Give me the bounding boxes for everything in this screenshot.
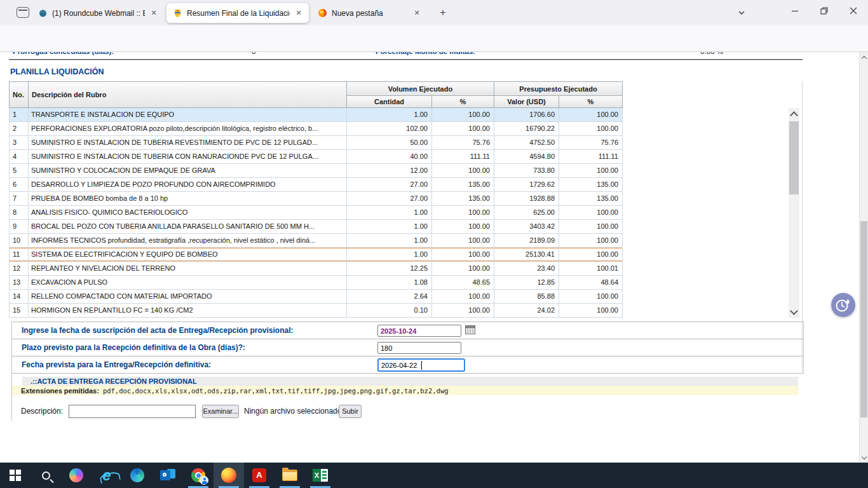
- taskbar-copilot-button[interactable]: [61, 463, 92, 488]
- taskbar-search-button[interactable]: [31, 463, 61, 488]
- acta-fecha-input[interactable]: [377, 325, 461, 337]
- cell-vol-pct: 100.00: [432, 262, 494, 275]
- table-row[interactable]: 10 INFORMES TECNICOS profundidad, estrat…: [10, 234, 623, 248]
- cell-descripcion: DESARROLLO Y LIMPIEZA DE POZO PROFUNDO C…: [29, 178, 347, 191]
- cell-vol-pct: 100.00: [432, 304, 494, 317]
- tab-close-icon[interactable]: ✕: [149, 9, 159, 17]
- subir-button[interactable]: Subir: [339, 405, 362, 418]
- form-row-acta-fecha: Ingrese la fecha de suscripción del acta…: [12, 322, 803, 339]
- col-header-valor: Valor (USD): [494, 95, 559, 108]
- scroll-up-icon[interactable]: [789, 108, 799, 119]
- page-scroll-up-icon[interactable]: [860, 52, 868, 61]
- taskbar-explorer-button[interactable]: [275, 463, 305, 488]
- windows-logo-icon: [10, 470, 21, 481]
- col-header-descripcion: Descripción del Rubro: [28, 81, 347, 108]
- cell-valor: 85.88: [494, 290, 559, 303]
- cell-descripcion: ANALISIS FISICO- QUIMICO BACTERIOLOGICO: [29, 206, 347, 219]
- extensions-bar: Extensiones pemitidas: pdf,doc,docx,xls,…: [11, 386, 798, 395]
- cell-no: 5: [10, 164, 29, 177]
- fecha-definitiva-label: Fecha prevista para la Entrega/Recepción…: [22, 360, 211, 369]
- table-row[interactable]: 4 SUMINISTRO E INSTALACION DE TUBERIA CO…: [10, 150, 623, 164]
- excel-icon: X: [313, 469, 328, 482]
- table-row[interactable]: 7 PRUEBA DE BOMBEO bomba de 8 a 10 hp 27…: [10, 192, 623, 206]
- copilot-icon: [69, 468, 83, 482]
- cell-cantidad: 102.00: [347, 122, 432, 135]
- cell-no: 4: [10, 150, 29, 163]
- examinar-button[interactable]: Examinar...: [202, 405, 239, 418]
- cell-cantidad: 2.64: [347, 290, 432, 303]
- firefox-icon: [221, 468, 236, 483]
- table-row[interactable]: 6 DESARROLLO Y LIMPIEZA DE POZO PROFUNDO…: [10, 178, 623, 192]
- table-row[interactable]: 15 HORMIGON EN REPLANTILLO FC = 140 KG /…: [10, 304, 623, 318]
- table-row[interactable]: 2 PERFORACIONES EXPLORATORIA pozo piloto…: [10, 122, 623, 136]
- new-tab-button[interactable]: +: [435, 5, 451, 20]
- taskbar-edge-button[interactable]: [122, 463, 153, 488]
- cell-descripcion: SUMINISTRO Y COLOCACION DE EMPAQUE DE GR…: [29, 164, 347, 177]
- taskbar-firefox-button[interactable]: [214, 463, 244, 488]
- cell-pre-pct: 100.00: [559, 164, 623, 177]
- plazo-input[interactable]: [377, 342, 461, 354]
- cell-vol-pct: 100.00: [432, 234, 494, 247]
- extensions-list: pdf,doc,docx,xls,xlsx,odt,ods,zip,rar,xm…: [103, 387, 449, 395]
- taskbar-acrobat-button[interactable]: A: [244, 463, 275, 488]
- cell-cantidad: 12.25: [347, 262, 432, 275]
- outlook-icon: [160, 468, 175, 482]
- cell-descripcion: PERFORACIONES EXPLORATORIA pozo piloto,d…: [29, 122, 347, 135]
- cell-no: 10: [10, 234, 29, 247]
- tab-close-icon[interactable]: ✕: [412, 9, 422, 17]
- scroll-down-icon[interactable]: [789, 307, 799, 318]
- cell-vol-pct: 100.00: [432, 248, 494, 261]
- firefox-icon: [318, 8, 327, 18]
- acrobat-icon: A: [252, 468, 266, 482]
- cell-pre-pct: 100.00: [559, 220, 623, 233]
- table-row[interactable]: 3 SUMINISTRO E INSTALACION DE TUBERIA RE…: [10, 136, 623, 150]
- no-file-text: Ningún archivo seleccionado.: [244, 407, 344, 416]
- cell-pre-pct: 100.01: [559, 262, 623, 275]
- tab-roundcube-webmail[interactable]: (1) Roundcube Webmail :: Entra ✕: [32, 3, 164, 23]
- table-scrollbar-thumb[interactable]: [789, 121, 799, 194]
- firefox-view-icon[interactable]: [17, 7, 29, 18]
- taskbar-chrome-button[interactable]: [183, 463, 214, 488]
- acta-title: .::ACTA DE ENTREGA RECEPCIÓN PROVISIONAL: [31, 377, 197, 385]
- window-restore-button[interactable]: [810, 0, 839, 22]
- page-scroll-down-icon[interactable]: [860, 454, 868, 463]
- table-row[interactable]: 12 REPLANTEO Y NIVELACION DEL TERRENO 12…: [10, 262, 623, 276]
- cell-no: 14: [10, 290, 29, 303]
- cell-vol-pct: 100.00: [432, 220, 494, 233]
- clock-widget[interactable]: [831, 293, 855, 317]
- cell-cantidad: 1.00: [347, 248, 432, 261]
- start-button[interactable]: [0, 463, 31, 488]
- table-row[interactable]: 14 RELLENO COMPACTADO CON MATERIAL IMPOR…: [10, 290, 623, 304]
- page-scrollbar-thumb[interactable]: [860, 221, 867, 417]
- cell-no: 6: [10, 178, 29, 191]
- cell-cantidad: 50.00: [347, 136, 432, 149]
- window-close-button[interactable]: [839, 0, 868, 22]
- taskbar-outlook-button[interactable]: [153, 463, 183, 488]
- descripcion-input[interactable]: [69, 405, 196, 418]
- calendar-icon[interactable]: [465, 325, 475, 334]
- table-body: 1 TRANSPORTE E INSTALACION DE EQUIPO 1.0…: [9, 108, 623, 318]
- table-row[interactable]: 5 SUMINISTRO Y COLOCACION DE EMPAQUE DE …: [10, 164, 623, 178]
- table-row[interactable]: 13 EXCAVACION A PULSO 1.08 48.65 12.85 4…: [10, 276, 623, 290]
- page-scrollbar[interactable]: [859, 52, 868, 463]
- tab-resumen-liquidacion[interactable]: Resumen Final de la Liquidación ✕: [166, 3, 309, 23]
- browser-tab-bar: (1) Roundcube Webmail :: Entra ✕ Resumen…: [0, 0, 868, 25]
- taskbar-excel-button[interactable]: X: [305, 463, 336, 488]
- col-header-pre-pct: %: [559, 95, 623, 108]
- table-row[interactable]: 8 ANALISIS FISICO- QUIMICO BACTERIOLOGIC…: [10, 206, 623, 220]
- window-minimize-button[interactable]: [780, 0, 810, 22]
- table-row[interactable]: 1 TRANSPORTE E INSTALACION DE EQUIPO 1.0…: [10, 108, 623, 122]
- table-row[interactable]: 11 SISTEMA DE ELECTRIFICACION Y EQUIPO D…: [10, 248, 623, 262]
- search-icon: [42, 471, 50, 480]
- taskbar-ie-button[interactable]: e: [92, 463, 122, 488]
- tab-nueva-pestana[interactable]: Nueva pestaña ✕: [311, 3, 427, 23]
- cell-vol-pct: 111.11: [432, 150, 494, 163]
- table-scrollbar[interactable]: [789, 108, 799, 318]
- col-header-vol-pct: %: [431, 95, 494, 108]
- acta-section-header: .::ACTA DE ENTREGA RECEPCIÓN PROVISIONAL: [22, 377, 798, 386]
- cell-pre-pct: 100.00: [559, 290, 623, 303]
- tab-close-icon[interactable]: ✕: [294, 9, 304, 17]
- cell-cantidad: 27.00: [347, 192, 432, 205]
- list-all-tabs-icon[interactable]: [733, 5, 750, 20]
- table-row[interactable]: 9 BROCAL DEL POZO CON TUBERIA ANILLADA P…: [10, 220, 623, 234]
